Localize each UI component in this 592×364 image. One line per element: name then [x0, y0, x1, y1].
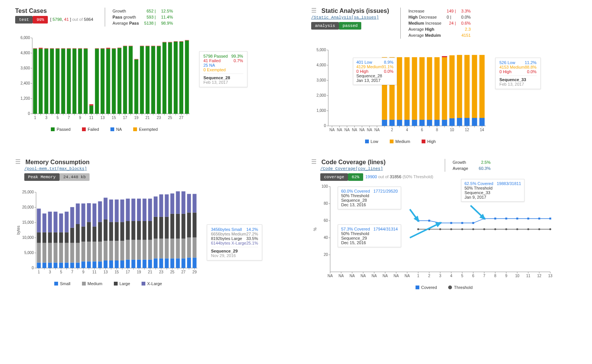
- svg-text:0: 0: [324, 124, 326, 128]
- svg-rect-295: [126, 199, 130, 221]
- svg-rect-266: [98, 242, 102, 261]
- svg-rect-273: [104, 198, 107, 220]
- svg-rect-294: [126, 221, 130, 240]
- svg-rect-68: [118, 48, 121, 48]
- svg-rect-216: [48, 243, 52, 263]
- svg-rect-43: [78, 48, 82, 49]
- svg-rect-327: [159, 217, 163, 239]
- svg-rect-213: [43, 213, 46, 232]
- svg-rect-267: [98, 222, 102, 242]
- svg-rect-426: [494, 218, 496, 220]
- legend-coverage: Covered Threshold: [311, 285, 577, 290]
- svg-rect-347: [181, 258, 185, 268]
- svg-rect-343: [176, 238, 180, 258]
- svg-text:9: 9: [79, 116, 81, 120]
- svg-rect-261: [93, 226, 96, 242]
- svg-rect-360: [193, 213, 197, 238]
- stats-sa: Increase149 |3.3% High Decrease0 |0.0% M…: [405, 8, 474, 39]
- badge-test[interactable]: test: [15, 16, 33, 24]
- badge-passed[interactable]: passed: [339, 22, 362, 30]
- svg-rect-36: [67, 48, 71, 49]
- svg-text:14: 14: [480, 128, 485, 132]
- link-sa[interactable]: /Static Analysis[sa_issues]: [311, 15, 389, 20]
- hamburger-icon[interactable]: ☰: [15, 159, 20, 165]
- svg-rect-25: [50, 49, 54, 114]
- svg-rect-304: [137, 240, 141, 260]
- badge-peak-memory[interactable]: Peak Memory: [24, 173, 60, 181]
- link-coverage[interactable]: /Code Coverage[cov_lines]: [320, 166, 433, 171]
- badge-analysis[interactable]: analysis: [311, 22, 339, 30]
- badge-test-pct[interactable]: 99%: [33, 16, 48, 24]
- chart-test-cases[interactable]: 01,2002,4003,6004,8006,00013579111315171…: [15, 36, 194, 123]
- svg-text:17: 17: [126, 270, 130, 274]
- svg-rect-224: [54, 212, 57, 232]
- hamburger-icon[interactable]: ☰: [311, 8, 316, 14]
- svg-text:25: 25: [168, 116, 173, 120]
- svg-rect-245: [76, 224, 80, 243]
- svg-rect-262: [93, 204, 96, 227]
- svg-rect-60: [106, 49, 110, 114]
- badge-coverage[interactable]: coverage: [320, 173, 348, 181]
- svg-rect-240: [70, 207, 74, 228]
- svg-rect-315: [148, 240, 152, 260]
- svg-rect-158: [419, 57, 425, 120]
- svg-rect-244: [76, 243, 80, 263]
- svg-rect-249: [81, 242, 85, 261]
- svg-rect-218: [48, 212, 52, 232]
- svg-rect-164: [435, 120, 440, 126]
- svg-rect-63: [112, 49, 116, 114]
- svg-rect-311: [143, 221, 146, 240]
- svg-rect-239: [70, 228, 74, 243]
- svg-rect-290: [120, 199, 124, 222]
- panel-static-analysis: ☰ Static Analysis (issues) /Static Analy…: [311, 8, 577, 144]
- svg-text:NA: NA: [344, 128, 350, 132]
- svg-text:3: 3: [439, 274, 441, 278]
- svg-rect-162: [427, 57, 432, 120]
- svg-rect-204: [37, 263, 41, 268]
- svg-text:25: 25: [170, 270, 175, 274]
- svg-text:4,800: 4,800: [20, 51, 30, 55]
- svg-text:27: 27: [179, 116, 184, 120]
- svg-rect-272: [104, 220, 107, 241]
- svg-text:7: 7: [68, 116, 70, 120]
- svg-rect-50: [89, 104, 93, 105]
- svg-rect-431: [549, 218, 551, 220]
- svg-rect-39: [72, 49, 76, 114]
- svg-point-442: [527, 228, 529, 230]
- badge-peak-memory-val[interactable]: 24.448 kb: [60, 173, 90, 181]
- svg-rect-305: [137, 221, 141, 240]
- svg-rect-154: [412, 120, 417, 126]
- svg-rect-75: [129, 46, 132, 46]
- svg-rect-299: [131, 240, 135, 260]
- svg-text:NA: NA: [327, 274, 333, 278]
- link-memory[interactable]: /pool-mem.txt[max_blocks]: [24, 166, 281, 171]
- svg-rect-316: [148, 221, 152, 240]
- svg-marker-448: [436, 223, 440, 226]
- hamburger-icon[interactable]: ☰: [311, 159, 316, 165]
- svg-point-432: [417, 228, 419, 230]
- svg-rect-254: [87, 261, 91, 268]
- svg-rect-74: [129, 46, 132, 114]
- svg-text:17: 17: [123, 116, 128, 120]
- svg-rect-147: [397, 120, 402, 126]
- svg-text:23: 23: [159, 270, 164, 274]
- chart-memory[interactable]: 05,00010,00015,00020,00025,0001357911131…: [15, 190, 201, 278]
- svg-rect-430: [538, 218, 540, 220]
- chart-static-analysis[interactable]: 01,0002,0003,0004,0005,000NANANANANANANA…: [311, 48, 490, 135]
- svg-rect-300: [131, 221, 135, 240]
- svg-text:NA: NA: [394, 274, 399, 278]
- svg-text:2,400: 2,400: [20, 81, 30, 85]
- svg-rect-49: [89, 105, 93, 114]
- title-coverage: Code Coverage (lines): [321, 159, 386, 166]
- svg-rect-206: [37, 232, 41, 243]
- svg-rect-276: [109, 260, 113, 268]
- badge-coverage-pct[interactable]: 62%: [348, 173, 363, 181]
- svg-rect-26: [50, 48, 54, 49]
- svg-text:bytes: bytes: [16, 226, 20, 235]
- svg-text:20: 20: [324, 253, 328, 257]
- svg-rect-105: [179, 42, 183, 114]
- svg-rect-210: [43, 263, 46, 268]
- svg-text:NA: NA: [372, 274, 377, 278]
- svg-rect-110: [185, 40, 189, 41]
- svg-rect-281: [115, 260, 118, 268]
